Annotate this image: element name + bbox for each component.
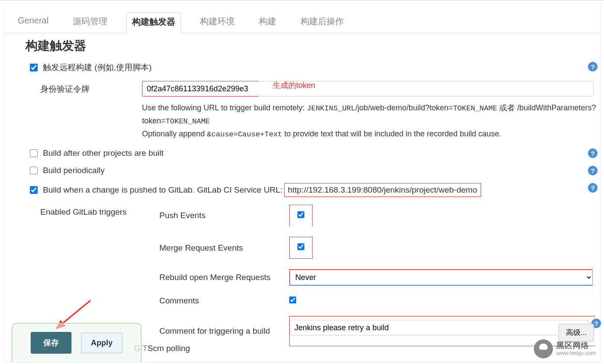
build-periodically-checkbox[interactable] xyxy=(30,167,38,174)
watermark-title: 黑区网络 xyxy=(556,341,596,350)
scm-polling-label-fragment: GITScm polling xyxy=(134,344,190,353)
enabled-gitlab-triggers-label: Enabled GitLab triggers xyxy=(40,205,159,217)
tab-build-triggers[interactable]: 构建触发器 xyxy=(126,12,181,33)
remote-trigger-checkbox[interactable] xyxy=(30,64,38,71)
gitlab-push-label: Build when a change is pushed to GitLab.… xyxy=(43,183,481,197)
help-icon[interactable]: ? xyxy=(588,183,598,193)
watermark-url: www.heiqu.com xyxy=(556,350,596,356)
auth-token-label: 身份验证令牌 xyxy=(40,81,142,95)
push-events-checkbox[interactable] xyxy=(297,211,304,218)
build-after-label: Build after other projects are built xyxy=(43,148,164,158)
merge-request-events-checkbox[interactable] xyxy=(297,243,304,250)
comment-trigger-label: Comment for triggering a build xyxy=(159,326,289,336)
remote-trigger-help: Use the following URL to trigger build r… xyxy=(142,102,597,141)
merge-request-events-label: Merge Request Events xyxy=(159,243,289,253)
advanced-button[interactable]: 高级... xyxy=(559,324,594,341)
watermark-logo-icon xyxy=(534,339,553,358)
build-periodically-label: Build periodically xyxy=(43,166,105,175)
tab-post-build[interactable]: 构建后操作 xyxy=(295,12,349,33)
auth-token-input[interactable] xyxy=(142,81,259,97)
section-title-triggers: 构建触发器 xyxy=(26,38,600,54)
config-tabs: General 源码管理 构建触发器 构建环境 构建 构建后操作 xyxy=(4,5,600,33)
gitlab-ci-url: http://192.168.3.199:8080/jenkins/projec… xyxy=(284,183,481,197)
svg-line-0 xyxy=(61,300,90,325)
tab-general[interactable]: General xyxy=(13,12,54,33)
save-button[interactable]: 保存 xyxy=(31,332,71,354)
gitlab-push-checkbox[interactable] xyxy=(30,186,38,194)
tab-scm[interactable]: 源码管理 xyxy=(68,12,113,33)
comments-checkbox[interactable] xyxy=(289,296,296,303)
help-icon[interactable]: ? xyxy=(588,166,598,175)
tab-build-env[interactable]: 构建环境 xyxy=(195,12,240,33)
comments-label: Comments xyxy=(159,296,289,306)
apply-button[interactable]: Apply xyxy=(81,333,123,353)
rebuild-open-mr-label: Rebuild open Merge Requests xyxy=(159,273,289,282)
help-icon[interactable]: ? xyxy=(588,62,598,71)
footer-action-bar: 保存 Apply xyxy=(12,323,142,362)
help-icon[interactable]: ? xyxy=(588,148,598,158)
token-annotation: 生成的token xyxy=(273,80,315,90)
build-after-checkbox[interactable] xyxy=(30,149,38,157)
tab-build[interactable]: 构建 xyxy=(254,12,281,33)
comment-trigger-input[interactable] xyxy=(290,320,588,335)
push-events-label: Push Events xyxy=(159,211,289,220)
watermark: 黑区网络 www.heiqu.com xyxy=(534,339,596,358)
rebuild-open-mr-select[interactable]: Never xyxy=(290,270,593,285)
remote-trigger-label: 触发远程构建 (例如,使用脚本) xyxy=(43,62,152,73)
